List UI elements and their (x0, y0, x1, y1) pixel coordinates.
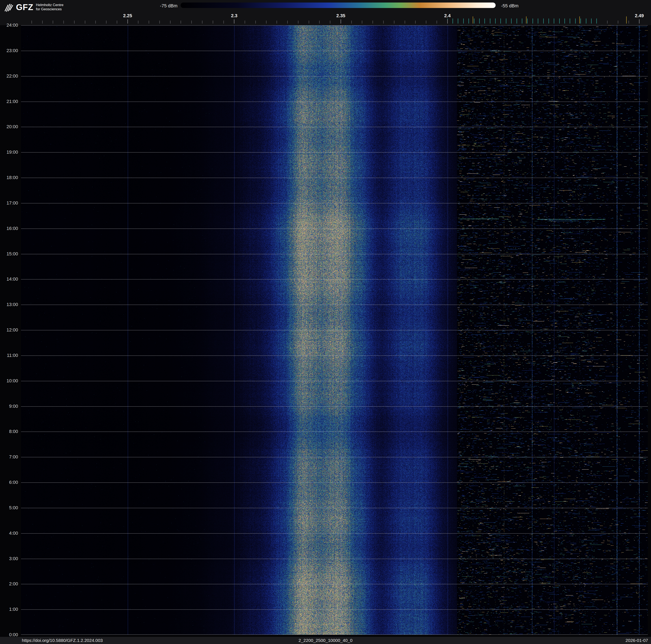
freq-minor-tick (213, 21, 213, 24)
time-axis-label: 6:00 (9, 480, 18, 485)
wifi-channel-tick (522, 19, 522, 24)
time-axis-label: 20:00 (6, 124, 18, 129)
time-axis-label: 16:00 (6, 226, 18, 231)
time-axis-label: 13:00 (6, 302, 18, 307)
freq-minor-tick (63, 21, 64, 24)
wifi-channel-tick (453, 19, 453, 24)
freq-major-tick (639, 19, 640, 24)
freq-axis-label: 2.4 (444, 13, 451, 19)
wifi-channel-tick (564, 19, 565, 24)
freq-minor-tick (415, 21, 415, 24)
wifi-channel-tick (554, 19, 554, 24)
freq-major-tick (341, 19, 341, 24)
freq-minor-tick (202, 21, 203, 24)
freq-minor-tick (607, 21, 608, 24)
freq-minor-tick (437, 21, 437, 24)
time-axis-label: 9:00 (9, 404, 18, 409)
freq-minor-tick (426, 21, 426, 24)
freq-minor-tick (309, 21, 309, 24)
wifi-channel-tick (463, 19, 464, 24)
freq-minor-tick (223, 21, 224, 24)
spectrogram-app: GFZ Helmholtz Centre for Geosciences -75… (0, 0, 651, 644)
wifi-channel-tick (479, 19, 479, 24)
time-axis-label: 24:00 (6, 23, 18, 28)
time-axis-label: 7:00 (9, 454, 18, 460)
time-axis-label: 10:00 (6, 378, 18, 384)
freq-minor-tick (298, 21, 299, 24)
freq-minor-tick (170, 21, 170, 24)
wifi-channel-tick (543, 19, 544, 24)
freq-minor-tick (138, 21, 138, 24)
time-axis-label: 12:00 (6, 327, 18, 333)
freq-minor-tick (255, 21, 256, 24)
time-axis-label: 8:00 (9, 429, 18, 434)
freq-major-tick (127, 19, 128, 24)
marker-tick (473, 17, 473, 24)
wifi-channel-tick (538, 19, 538, 24)
freq-minor-tick (74, 21, 74, 24)
freq-minor-tick (149, 21, 149, 24)
spectrogram-canvas (21, 25, 648, 635)
freq-axis-label: 2.49 (635, 13, 644, 19)
freq-axis-label: 2.3 (231, 13, 238, 19)
wifi-channel-tick (581, 19, 581, 24)
freq-minor-tick (319, 21, 320, 24)
time-axis-label: 21:00 (6, 99, 18, 104)
wifi-channel-tick (527, 19, 528, 24)
time-axis-label: 22:00 (6, 74, 18, 79)
time-axis-label: 17:00 (6, 200, 18, 206)
freq-minor-tick (95, 21, 96, 24)
wifi-channel-tick (474, 19, 474, 24)
wifi-channel-tick (570, 19, 570, 24)
footer-bar: https://doi.org/10.5880/GFZ.1.2.2024.003… (0, 637, 651, 644)
wifi-channel-tick (506, 19, 506, 24)
freq-minor-tick (266, 21, 267, 24)
wifi-channel-tick (490, 19, 490, 24)
frequency-axis: 2.252.32.352.42.49 (21, 0, 648, 25)
marker-tick (526, 17, 526, 24)
wifi-channel-tick (549, 19, 549, 24)
time-axis-label: 19:00 (6, 149, 18, 155)
time-axis-label: 11:00 (7, 353, 18, 358)
date-label: 2026-01-07 (626, 638, 648, 643)
freq-minor-tick (405, 21, 405, 24)
freq-minor-tick (31, 21, 32, 24)
freq-minor-tick (191, 21, 192, 24)
time-axis-label: 1:00 (9, 607, 18, 612)
wifi-channel-tick (575, 19, 576, 24)
wifi-channel-tick (500, 19, 501, 24)
time-axis-label: 4:00 (9, 530, 18, 536)
freq-minor-tick (394, 21, 394, 24)
wifi-channel-tick (485, 19, 485, 24)
freq-major-tick (234, 19, 235, 24)
time-axis-label: 18:00 (6, 175, 18, 180)
dataset-id: 2_2200_2500_10000_40_0 (0, 638, 651, 643)
freq-minor-tick (245, 21, 245, 24)
freq-minor-tick (362, 21, 362, 24)
freq-major-tick (447, 19, 448, 24)
freq-minor-tick (159, 21, 160, 24)
freq-minor-tick (106, 21, 106, 24)
freq-minor-tick (383, 21, 384, 24)
freq-axis-label: 2.35 (336, 13, 345, 19)
freq-minor-tick (277, 21, 277, 24)
time-axis-label: 14:00 (6, 276, 18, 282)
wifi-channel-tick (559, 19, 560, 24)
time-axis-label: 2:00 (9, 581, 18, 587)
wifi-channel-tick (591, 19, 592, 24)
wifi-channel-tick (533, 19, 533, 24)
wifi-channel-tick (586, 19, 586, 24)
wifi-channel-tick (596, 19, 597, 24)
marker-tick (579, 17, 580, 24)
wifi-channel-tick (495, 19, 496, 24)
wifi-channel-tick (511, 19, 512, 24)
freq-minor-tick (373, 21, 373, 24)
time-axis-label: 23:00 (6, 48, 18, 53)
wifi-channel-tick (517, 19, 517, 24)
marker-tick (626, 17, 627, 24)
time-axis-label: 3:00 (9, 556, 18, 561)
freq-minor-tick (330, 21, 330, 24)
freq-minor-tick (53, 21, 53, 24)
freq-minor-tick (351, 21, 352, 24)
freq-axis-label: 2.25 (123, 13, 132, 19)
